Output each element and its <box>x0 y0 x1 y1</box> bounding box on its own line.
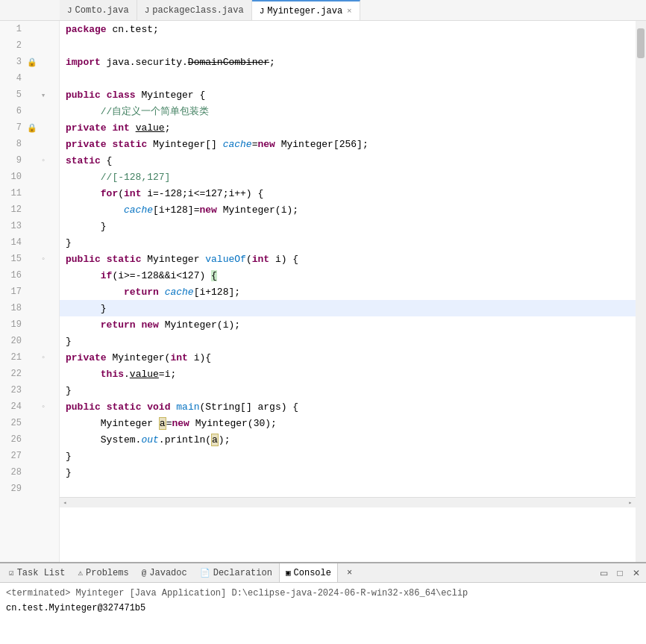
line-num-25: 25 <box>0 418 26 428</box>
gutter-row-4: 4 <box>0 70 59 87</box>
gutter-row-24: 24 ◦ <box>0 398 59 415</box>
code-line-6: //自定义一个简单包装类 <box>60 103 636 119</box>
gutter-row-18: 18 <box>0 300 59 316</box>
code-line-13: } <box>60 218 636 234</box>
tab-icon-comto: J <box>67 6 72 15</box>
console-output-area: <terminated> Myinteger [Java Application… <box>0 583 646 644</box>
tab-comto[interactable]: J Comto.java <box>60 0 137 20</box>
tab-problems[interactable]: ⚠ Problems <box>72 563 135 582</box>
line-num-18: 18 <box>0 303 26 313</box>
tab-close-myinteger[interactable]: × <box>347 7 352 16</box>
fold-5[interactable]: ▾ <box>38 90 48 100</box>
line-num-29: 29 <box>0 484 26 494</box>
bottom-tab-bar: ☑ Task List ⚠ Problems @ Javadoc 📄 Decla… <box>0 563 646 583</box>
gutter-row-5: 5 ▾ <box>0 87 59 103</box>
underline-value-22: value <box>130 369 159 380</box>
tasklist-icon: ☑ <box>9 568 14 578</box>
gutter-row-20: 20 <box>0 333 59 349</box>
gutter-row-27: 27 <box>0 448 59 464</box>
vertical-scrollbar[interactable] <box>636 21 646 562</box>
console-close-icon[interactable]: × <box>347 568 352 578</box>
code-line-16: if(i>=-128&&i<127) { <box>60 267 636 284</box>
line-num-3: 3 <box>0 57 26 67</box>
horizontal-scrollbar[interactable]: ◂ ▸ <box>60 497 636 507</box>
fold-21[interactable]: ◦ <box>38 353 48 362</box>
lock-icon-7: 🔒 <box>26 123 38 133</box>
close-view-btn[interactable]: ✕ <box>630 566 643 580</box>
line-num-6: 6 <box>0 106 26 116</box>
var-a-26: a <box>211 434 219 446</box>
console-terminated-line: <terminated> Myinteger [Java Application… <box>6 586 640 601</box>
gutter-row-8: 8 <box>0 136 59 152</box>
gutter-row-29: 29 <box>0 481 59 497</box>
gutter-row-1: 1 <box>0 21 59 37</box>
fold-9[interactable]: ◦ <box>38 156 48 165</box>
fold-24[interactable]: ◦ <box>38 402 48 411</box>
gutter-row-2: 2 <box>0 37 59 54</box>
gutter-row-21: 21 ◦ <box>0 349 59 366</box>
gutter-row-10: 10 <box>0 169 59 185</box>
tab-tasklist[interactable]: ☑ Task List <box>3 563 72 582</box>
tasklist-label: Task List <box>17 568 66 578</box>
tab-myinteger[interactable]: J Myinteger.java × <box>252 0 360 20</box>
javadoc-icon: @ <box>142 569 147 578</box>
gutter-row-14: 14 <box>0 234 59 251</box>
tab-close-console[interactable]: × <box>341 563 359 582</box>
tab-label-myinteger: Myinteger.java <box>267 6 342 16</box>
javadoc-label: Javadoc <box>149 568 186 578</box>
line-num-14: 14 <box>0 237 26 248</box>
maximize-view-btn[interactable]: □ <box>613 566 627 580</box>
gutter-row-6: 6 <box>0 103 59 119</box>
line-gutter: 1 2 3 🔒 4 5 ▾ 6 <box>0 21 60 562</box>
gutter-row-15: 15 ◦ <box>0 251 59 267</box>
code-line-28: } <box>60 464 636 481</box>
code-line-4 <box>60 70 636 87</box>
line-num-13: 13 <box>0 221 26 231</box>
fold-15[interactable]: ◦ <box>38 254 48 263</box>
minimize-view-btn[interactable]: ▭ <box>597 566 610 580</box>
console-icon: ▣ <box>286 568 291 578</box>
warning-icon-3: 🔒 <box>26 57 38 67</box>
scroll-right-btn[interactable]: ▸ <box>625 498 636 508</box>
line-num-27: 27 <box>0 451 26 461</box>
code-content[interactable]: package cn.test; import java.security.Do… <box>60 21 636 562</box>
code-line-2 <box>60 37 636 54</box>
code-line-25: Myinteger a=new Myinteger(30); <box>60 415 636 431</box>
tab-console[interactable]: ▣ Console <box>279 563 338 582</box>
gutter-row-22: 22 <box>0 366 59 382</box>
line-num-11: 11 <box>0 188 26 198</box>
line-num-22: 22 <box>0 369 26 379</box>
declaration-label: Declaration <box>213 568 272 578</box>
code-line-22: this.value=i; <box>60 366 636 382</box>
scroll-track[interactable] <box>70 499 625 507</box>
declaration-icon: 📄 <box>200 568 210 578</box>
line-num-20: 20 <box>0 336 26 346</box>
code-line-14: } <box>60 234 636 251</box>
code-line-9: static { <box>60 152 636 169</box>
line-num-26: 26 <box>0 434 26 445</box>
scrollbar-thumb[interactable] <box>637 28 645 58</box>
gutter-row-17: 17 <box>0 284 59 300</box>
line-num-4: 4 <box>0 73 26 84</box>
gutter-row-12: 12 <box>0 201 59 218</box>
code-line-20: } <box>60 333 636 349</box>
tab-declaration[interactable]: 📄 Declaration <box>194 563 279 582</box>
tab-packageclass[interactable]: J packageclass.java <box>137 0 252 20</box>
line-num-28: 28 <box>0 467 26 478</box>
tab-bar: J Comto.java J packageclass.java J Myint… <box>0 0 646 21</box>
tab-javadoc[interactable]: @ Javadoc <box>136 563 194 582</box>
gutter-row-9: 9 ◦ <box>0 152 59 169</box>
code-line-1: package cn.test; <box>60 21 636 37</box>
code-line-18: } <box>60 300 636 316</box>
scroll-left-btn[interactable]: ◂ <box>60 498 70 508</box>
code-line-26: System.out.println(a); <box>60 431 636 448</box>
line-num-16: 16 <box>0 270 26 281</box>
kw-package: package <box>66 24 107 35</box>
line-num-1: 1 <box>0 24 26 34</box>
line-num-12: 12 <box>0 204 26 215</box>
problems-icon: ⚠ <box>78 568 83 578</box>
tab-label-packageclass: packageclass.java <box>152 5 243 16</box>
code-line-5: public class Myinteger { <box>60 87 636 103</box>
code-line-21: private Myinteger(int i){ <box>60 349 636 366</box>
line-num-23: 23 <box>0 385 26 396</box>
